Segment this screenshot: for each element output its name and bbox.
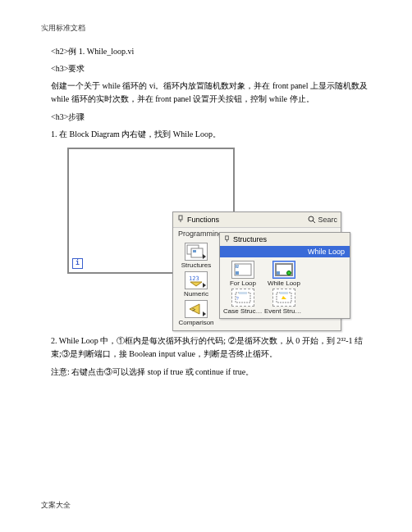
svg-line-3 [313,221,315,223]
svg-marker-27 [282,296,286,299]
pin-icon[interactable] [176,215,185,225]
subpalette-item-label: Case Structu... [223,307,263,315]
palette-item-label: Numeric [184,290,208,298]
chevron-right-icon [203,311,206,316]
palette-item-label: Structures [181,261,211,269]
chevron-right-icon [203,283,206,288]
comparison-icon: > [185,300,208,318]
svg-rect-18 [236,271,239,275]
requirements-text: 创建一个关于 while 循环的 vi。循环内放置随机数对象，并在 front … [51,80,371,106]
for-loop-icon: N [231,261,254,279]
subpalette-titlebar[interactable]: Structures [220,233,350,246]
palette-search-label: Searc [318,216,337,224]
svg-rect-6 [193,250,196,252]
heading-steps: <h3>步骤 [51,111,371,123]
svg-rect-26 [280,292,288,294]
svg-rect-5 [191,248,203,257]
structures-icon [185,243,208,261]
svg-rect-23 [239,292,247,294]
svg-text:>: > [192,307,195,312]
subpalette-item-label: While Loop [268,280,300,287]
subpalette-item-whileloop[interactable]: While Loop [263,260,304,288]
subpalette-item-forloop[interactable]: N For Loop [222,260,263,288]
event-structure-icon [272,289,295,307]
search-icon [308,216,316,224]
palette-item-comparison[interactable]: > Comparison [176,298,216,327]
iteration-terminal-icon: i [72,258,83,269]
svg-rect-20 [277,271,280,275]
subpalette-highlight: While Loop [220,246,350,257]
palette-item-numeric[interactable]: 123 Numeric [176,270,216,298]
svg-rect-13 [226,235,229,239]
heading-h2: <h2>例 1. While_loop.vi [51,45,371,57]
note-text: 注意: 右键点击③可以选择 stop if true 或 continue if… [51,366,371,379]
case-structure-icon: ? [231,289,254,307]
svg-point-21 [287,271,291,275]
subpalette-item-case[interactable]: ? Case Structu... [222,288,263,316]
palette-titlebar[interactable]: Functions Searc [173,212,341,228]
functions-palette[interactable]: Functions Searc Programming [172,211,341,331]
step-2: 2. While Loop 中，①框内是每次循环执行的代码; ②是循环次数，从 … [51,334,371,361]
palette-title-text: Functions [187,216,219,224]
numeric-icon: 123 [185,271,208,289]
subpalette-grid: N For Loop [220,257,350,318]
diagram-area: i Functions Searc Programming [61,148,323,328]
chevron-right-icon [203,254,206,259]
svg-text:123: 123 [189,275,199,282]
subpalette-item-label: Event Struct... [264,307,304,315]
svg-text:N: N [236,264,240,269]
subpalette-title-text: Structures [233,235,267,243]
step-1: 1. 在 Block Diagram 内右键，找到 While Loop。 [51,128,371,141]
palette-item-label: Comparison [178,319,213,326]
subpalette-item-event[interactable]: Event Struct... [263,288,304,316]
heading-requirements: <h3>要求 [51,62,371,75]
pin-icon[interactable] [223,235,231,244]
palette-search[interactable]: Searc [308,216,337,224]
palette-item-structures[interactable]: Structures [176,241,216,270]
doc-header: 实用标准文档 [41,23,371,34]
doc-footer: 文案大全 [41,500,71,511]
while-loop-icon [272,261,295,279]
svg-marker-10 [190,282,202,286]
svg-rect-0 [179,216,182,220]
structures-subpalette[interactable]: Structures While Loop N [219,232,350,319]
subpalette-item-label: For Loop [230,280,256,287]
svg-text:?: ? [236,296,239,301]
